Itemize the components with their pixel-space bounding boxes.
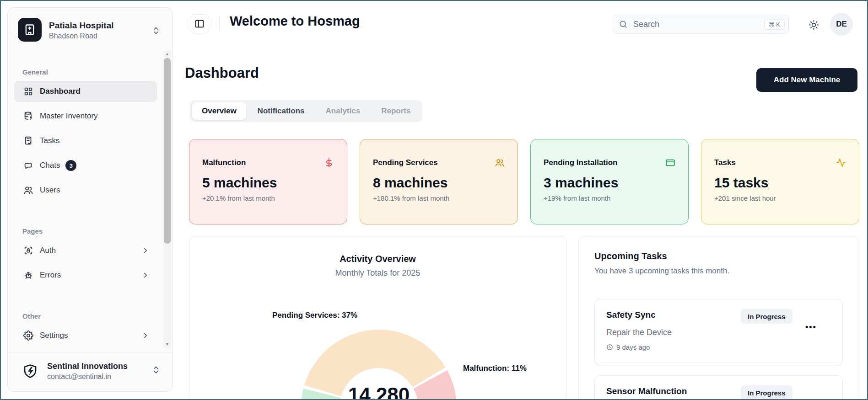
- sidebar-item-errors[interactable]: Errors: [14, 265, 157, 286]
- task-name: Sensor Malfunction: [606, 386, 687, 396]
- header-divider: [219, 16, 220, 31]
- activity-title: Activity Overview: [189, 254, 566, 264]
- segment-label-malfunction: Malfunction: 11%: [463, 364, 527, 373]
- stat-note: +19% from last month: [544, 194, 675, 202]
- credit-card-icon: [665, 158, 675, 168]
- section-label-other: Other: [22, 312, 41, 320]
- tab-overview[interactable]: Overview: [192, 102, 246, 120]
- tab-reports[interactable]: Reports: [372, 102, 420, 120]
- scroll-up-arrow-icon[interactable]: ▲: [163, 51, 171, 58]
- stat-card-malfunction: Malfunction 5 machines +20.1% from last …: [189, 139, 347, 224]
- stat-value: 3 machines: [544, 175, 675, 191]
- stat-value: 15 tasks: [714, 175, 846, 191]
- tab-bar: Overview Notifications Analytics Reports: [190, 100, 422, 122]
- panel-left-icon: [194, 19, 205, 29]
- search-icon: [619, 20, 628, 29]
- stat-card-pending-installation: Pending Installation 3 machines +19% fro…: [530, 139, 689, 224]
- hospital-address: Bhadson Road: [49, 32, 97, 40]
- donut-center-total: 14,280: [348, 384, 410, 400]
- upcoming-title: Upcoming Tasks: [594, 251, 667, 261]
- task-description: Repair the Device: [606, 328, 672, 337]
- sidebar-item-chats[interactable]: Chats 3: [14, 155, 157, 176]
- sidebar-item-auth[interactable]: Auth: [14, 240, 157, 261]
- sidebar-item-label: Chats: [40, 161, 60, 170]
- task-time: 9 days ago: [606, 343, 650, 351]
- company-shield-icon: [20, 361, 41, 382]
- stat-note: +201 since last hour: [714, 194, 846, 202]
- sidebar-item-master-inventory[interactable]: Master Inventory: [14, 106, 157, 127]
- stat-title: Pending Installation: [544, 158, 618, 167]
- stat-value: 5 machines: [202, 175, 334, 191]
- sidebar-item-label: Settings: [40, 331, 68, 340]
- sidebar-item-users[interactable]: Users: [14, 180, 157, 201]
- sidebar-scrollbar[interactable]: ▲ ▼: [163, 51, 171, 348]
- stat-note: +20.1% from last month: [202, 194, 334, 202]
- company-name: Sentinal Innovations: [47, 362, 128, 371]
- users-icon: [23, 185, 33, 195]
- auth-lock-icon: [23, 245, 33, 256]
- add-new-machine-button[interactable]: Add New Machine: [756, 68, 857, 92]
- clock-icon: [606, 344, 613, 351]
- chevron-right-icon: [141, 246, 150, 255]
- more-options-icon[interactable]: •••: [805, 322, 817, 332]
- sidebar-item-label: Dashboard: [40, 87, 81, 96]
- sidebar-toggle-button[interactable]: [190, 14, 209, 33]
- database-icon: [23, 111, 33, 121]
- chevron-right-icon: [141, 331, 150, 340]
- stat-card-pending-services: Pending Services 8 machines +180.1% from…: [360, 139, 518, 224]
- gear-icon: [23, 331, 33, 341]
- activity-icon: [836, 158, 846, 168]
- segment-label-pending-services: Pending Services: 37%: [272, 311, 357, 320]
- section-label-pages: Pages: [22, 227, 43, 235]
- upcoming-tasks-panel: Upcoming Tasks You have 3 upcoming tasks…: [578, 236, 859, 400]
- stat-card-tasks: Tasks 15 tasks +201 since last hour: [701, 139, 859, 224]
- app-welcome-title: Welcome to Hosmag: [230, 14, 360, 29]
- dashboard-grid-icon: [23, 86, 33, 96]
- search-shortcut-kbd: ⌘ K: [764, 19, 785, 30]
- chevrons-up-down-icon[interactable]: [151, 365, 161, 374]
- sidebar-item-tasks[interactable]: Tasks: [14, 130, 157, 151]
- task-name: Safety Sync: [606, 310, 656, 320]
- tab-notifications[interactable]: Notifications: [248, 102, 314, 120]
- theme-toggle-button[interactable]: [804, 16, 823, 34]
- clipboard-check-icon: [23, 136, 33, 146]
- hospital-logo-icon[interactable]: [18, 18, 42, 42]
- company-email: contact@sentinal.in: [47, 373, 111, 381]
- hospital-name: Patiala Hospital: [49, 21, 114, 31]
- task-status-badge: In Progress: [741, 309, 793, 324]
- activity-overview-panel: Activity Overview Monthly Totals for 202…: [189, 236, 566, 400]
- task-card[interactable]: Safety Sync In Progress Repair the Devic…: [594, 299, 843, 365]
- dollar-icon: [324, 158, 334, 168]
- stat-title: Malfunction: [202, 158, 246, 167]
- stat-title: Tasks: [714, 158, 736, 167]
- stat-note: +180.1% from last month: [373, 194, 505, 202]
- stat-title: Pending Services: [373, 158, 438, 167]
- sidebar-item-label: Tasks: [40, 136, 59, 145]
- sidebar-footer[interactable]: Sentinal Innovations contact@sentinal.in: [8, 352, 173, 391]
- chevrons-up-down-icon[interactable]: [151, 26, 161, 35]
- tab-analytics[interactable]: Analytics: [316, 102, 370, 120]
- sidebar-item-dashboard[interactable]: Dashboard: [14, 81, 157, 102]
- user-avatar[interactable]: DE: [830, 13, 853, 36]
- sidebar-item-label: Errors: [40, 271, 61, 280]
- task-card[interactable]: Sensor Malfunction In Progress: [594, 375, 843, 400]
- chat-icon: [23, 160, 33, 171]
- sidebar-item-settings[interactable]: Settings: [14, 325, 157, 346]
- section-label-general: General: [22, 68, 48, 76]
- chevron-right-icon: [141, 271, 150, 279]
- chats-unread-badge: 3: [65, 160, 76, 171]
- scrollbar-thumb[interactable]: [164, 58, 171, 244]
- page-title: Dashboard: [185, 65, 259, 81]
- search-box[interactable]: ⌘ K: [613, 15, 789, 34]
- activity-subtitle: Monthly Totals for 2025: [189, 268, 566, 278]
- scroll-down-arrow-icon[interactable]: ▼: [163, 341, 171, 348]
- task-status-badge: In Progress: [741, 385, 793, 400]
- sidebar-item-label: Auth: [40, 246, 56, 255]
- stat-value: 8 machines: [373, 175, 505, 191]
- sidebar-item-label: Master Inventory: [40, 112, 98, 121]
- bug-icon: [23, 270, 33, 280]
- task-time-text: 9 days ago: [616, 343, 650, 351]
- search-input[interactable]: [632, 19, 764, 30]
- sun-icon: [809, 20, 819, 30]
- upcoming-subtitle: You have 3 upcoming tasks this month.: [594, 267, 729, 276]
